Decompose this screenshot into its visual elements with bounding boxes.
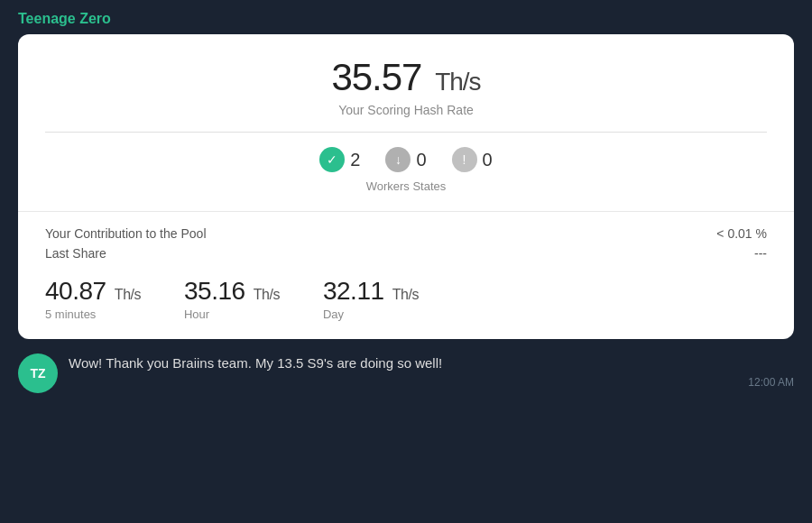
avatar: TZ [18,353,58,393]
stat-day: 32.11 Th/s Day [323,277,419,321]
inactive-workers-badge: ↓ 0 [385,147,426,172]
active-icon: ✓ [319,147,345,172]
stat-hour: 35.16 Th/s Hour [184,277,280,321]
hash-rate-display: 35.57 Th/s [45,56,767,99]
warning-workers-count: 0 [483,150,493,170]
workers-row: ✓ 2 ↓ 0 ! 0 [45,147,767,172]
inactive-icon: ↓ [385,147,411,172]
stat-day-value: 32.11 Th/s [323,277,419,306]
chat-title: Teenage Zero [18,11,111,26]
stat-5min-value: 40.87 Th/s [45,277,141,306]
stat-hour-label: Hour [184,307,209,321]
warning-icon: ! [452,147,477,172]
workers-label: Workers States [45,179,767,193]
card-top-section: 35.57 Th/s Your Scoring Hash Rate ✓ 2 ↓ … [18,34,794,212]
message-content: Wow! Thank you Braiins team. My 13.5 S9'… [69,353,794,389]
stat-5min: 40.87 Th/s 5 minutes [45,277,141,321]
last-share-label: Last Share [45,246,106,261]
warning-workers-badge: ! 0 [452,147,493,172]
active-workers-count: 2 [350,150,360,170]
stats-card: 35.57 Th/s Your Scoring Hash Rate ✓ 2 ↓ … [18,34,794,339]
contribution-label: Your Contribution to the Pool [45,226,207,241]
hash-rate-unit: Th/s [435,68,480,96]
last-share-row: Last Share --- [45,246,767,261]
message-text: Wow! Thank you Braiins team. My 13.5 S9'… [69,353,794,372]
inactive-workers-count: 0 [416,150,426,170]
stat-5min-label: 5 minutes [45,307,96,321]
active-workers-badge: ✓ 2 [319,147,360,172]
card-divider [45,132,767,133]
card-bottom-section: Your Contribution to the Pool < 0.01 % L… [18,212,794,339]
contribution-value: < 0.01 % [716,226,767,241]
stats-row: 40.87 Th/s 5 minutes 35.16 Th/s Hour 32.… [45,277,767,321]
chat-message: TZ Wow! Thank you Braiins team. My 13.5 … [18,350,794,393]
avatar-initials: TZ [30,366,45,381]
stat-day-label: Day [323,307,344,321]
contribution-row: Your Contribution to the Pool < 0.01 % [45,226,767,241]
stat-hour-value: 35.16 Th/s [184,277,280,306]
chat-header: Teenage Zero [0,0,812,34]
hash-rate-number: 35.57 [331,56,421,98]
hash-rate-label: Your Scoring Hash Rate [45,103,767,117]
last-share-value: --- [754,246,767,261]
chat-area: 35.57 Th/s Your Scoring Hash Rate ✓ 2 ↓ … [0,34,812,523]
message-time: 12:00 AM [69,376,794,389]
